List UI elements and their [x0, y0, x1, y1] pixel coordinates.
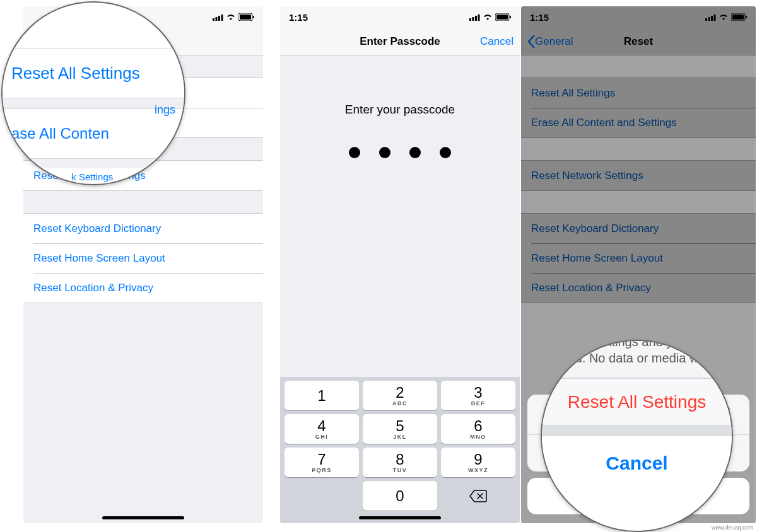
svg-rect-8 — [472, 17, 474, 21]
cellular-icon — [213, 14, 223, 21]
passcode-dots — [280, 147, 520, 158]
passcode-dot — [409, 147, 421, 158]
status-icons — [469, 13, 511, 21]
reset-location-privacy[interactable]: Reset Location & Privacy — [23, 273, 263, 303]
svg-rect-9 — [475, 16, 477, 21]
key-5[interactable]: 5JKL — [363, 414, 437, 444]
wifi-icon — [226, 13, 236, 21]
nav-bar: Enter Passcode Cancel — [280, 28, 520, 55]
magnifier-callout-1: Reset All Settings ings ase All Conten R… — [1, 1, 185, 185]
reset-home-screen-layout[interactable]: Reset Home Screen Layout — [23, 243, 263, 273]
magnified-reset-all: Reset All Settings — [3, 48, 184, 98]
wifi-icon — [483, 13, 493, 21]
cellular-icon — [469, 14, 480, 21]
svg-rect-2 — [218, 16, 220, 21]
group-3: Reset Keyboard Dictionary Reset Home Scr… — [23, 213, 263, 303]
key-4[interactable]: 4GHI — [285, 414, 359, 444]
home-indicator[interactable] — [359, 516, 441, 519]
key-7[interactable]: 7PQRS — [285, 448, 359, 477]
key-1[interactable]: 1 — [285, 381, 359, 410]
key-2[interactable]: 2ABC — [363, 381, 437, 410]
key-blank — [285, 481, 359, 511]
passcode-dot — [349, 147, 360, 158]
passcode-dot — [440, 147, 451, 158]
numeric-keypad: 1 2ABC 3DEF 4GHI 5JKL 6MNO 7PQRS 8TUV 9W… — [280, 377, 520, 523]
status-time: 1:15 — [289, 12, 308, 23]
svg-rect-3 — [221, 14, 223, 21]
key-delete[interactable] — [441, 481, 515, 511]
magnified-cancel-button: Cancel — [542, 436, 732, 491]
screen-enter-passcode: 1:15 Enter Passcode Cancel Enter your pa… — [280, 6, 520, 523]
cancel-button[interactable]: Cancel — [463, 35, 513, 48]
svg-rect-7 — [469, 18, 471, 21]
magnified-erase-all: ase All Conten — [3, 108, 184, 159]
magnified-trailing-text: ings — [3, 98, 184, 108]
battery-icon — [495, 13, 511, 21]
status-icons — [213, 13, 254, 21]
svg-rect-0 — [213, 18, 214, 21]
page-title: Enter Passcode — [337, 35, 463, 48]
svg-rect-5 — [240, 14, 251, 20]
key-3[interactable]: 3DEF — [441, 381, 515, 410]
home-indicator[interactable] — [102, 516, 184, 519]
passcode-dot — [379, 147, 390, 158]
svg-rect-10 — [478, 14, 480, 21]
key-9[interactable]: 9WXYZ — [441, 448, 515, 477]
svg-rect-12 — [496, 14, 508, 20]
reset-keyboard-dictionary[interactable]: Reset Keyboard Dictionary — [23, 214, 263, 243]
key-0[interactable]: 0 — [363, 481, 437, 511]
magnifier-callout-2: ettings and y d. No data or media w Rese… — [541, 340, 733, 532]
key-8[interactable]: 8TUV — [363, 448, 437, 477]
key-6[interactable]: 6MNO — [441, 414, 515, 444]
passcode-prompt: Enter your passcode — [280, 103, 520, 117]
svg-rect-6 — [253, 16, 254, 18]
magnified-confirm-button: Reset All Settings — [542, 379, 732, 425]
backspace-icon — [469, 490, 487, 502]
svg-rect-1 — [216, 17, 218, 21]
watermark: www.deuaq.com — [712, 524, 753, 531]
svg-rect-13 — [510, 16, 511, 18]
status-bar: 1:15 — [280, 6, 520, 28]
battery-icon — [238, 13, 254, 21]
